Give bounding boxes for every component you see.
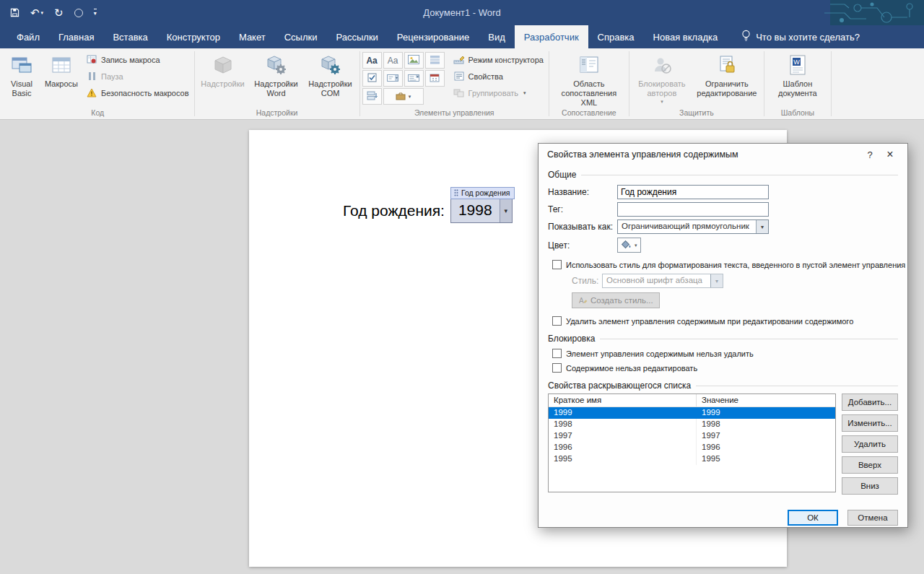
modify-button[interactable]: Изменить... bbox=[842, 414, 898, 432]
move-up-button[interactable]: Вверх bbox=[842, 456, 898, 474]
tab-layout[interactable]: Макет bbox=[230, 25, 275, 48]
show-as-label: Показывать как: bbox=[548, 222, 617, 232]
cannot-delete-checkbox[interactable] bbox=[552, 349, 562, 358]
ribbon-group-controls: Aa Aa bbox=[360, 48, 549, 119]
properties-icon bbox=[453, 71, 465, 81]
legacy-tools-icon bbox=[396, 90, 406, 103]
tab-insert[interactable]: Вставка bbox=[103, 25, 157, 48]
close-button[interactable]: × bbox=[880, 148, 900, 161]
dialog-title: Свойства элемента управления содержимым bbox=[547, 149, 860, 160]
row-name: 1995 bbox=[549, 453, 697, 465]
checkbox-control-icon bbox=[367, 72, 377, 85]
section-locking: Блокировка bbox=[548, 334, 898, 344]
table-row[interactable]: 1999 1999 bbox=[549, 407, 835, 419]
table-row[interactable]: 1996 1996 bbox=[549, 442, 835, 453]
document-text: Год рождения: bbox=[343, 202, 445, 219]
date-picker-control-button[interactable] bbox=[425, 70, 445, 87]
restrict-editing-button[interactable]: Ограничить редактирование bbox=[692, 50, 762, 98]
cannot-edit-checkbox[interactable] bbox=[552, 363, 562, 373]
content-control-tag[interactable]: Год рождения bbox=[450, 187, 515, 199]
document-template-button[interactable]: W Шаблон документа bbox=[767, 50, 829, 98]
repeating-section-control-button[interactable] bbox=[362, 88, 382, 105]
tag-input[interactable] bbox=[617, 202, 769, 217]
tab-home[interactable]: Главная bbox=[49, 25, 103, 48]
macros-button[interactable]: Макросы bbox=[40, 50, 83, 89]
show-as-dropdown-icon[interactable]: ▾ bbox=[756, 220, 768, 233]
style-label: Стиль: bbox=[572, 276, 602, 286]
dropdown-list-control-button[interactable] bbox=[404, 70, 424, 87]
plain-text-control-button[interactable]: Aa bbox=[383, 52, 403, 69]
word-addins-button[interactable]: Надстройки Word bbox=[249, 50, 304, 98]
undo-icon[interactable]: ↶▾ bbox=[30, 7, 43, 18]
add-button[interactable]: Добавить... bbox=[842, 393, 898, 411]
ok-button[interactable]: ОК bbox=[788, 510, 838, 526]
content-control-dropdown-icon[interactable]: ▾ bbox=[500, 199, 512, 222]
table-row[interactable]: 1998 1998 bbox=[549, 419, 835, 430]
tab-design[interactable]: Конструктор bbox=[157, 25, 230, 48]
content-control[interactable]: Год рождения 1998 ▾ bbox=[450, 199, 513, 223]
remove-button[interactable]: Удалить bbox=[842, 435, 898, 453]
dialog-titlebar[interactable]: Свойства элемента управления содержимым … bbox=[539, 144, 907, 165]
list-buttons: Добавить... Изменить... Удалить Вверх Вн… bbox=[842, 393, 898, 495]
tell-me-box[interactable]: Что вы хотите сделать? bbox=[741, 25, 860, 48]
undo-dropdown-icon[interactable]: ▾ bbox=[41, 10, 44, 16]
tab-developer[interactable]: Разработчик bbox=[515, 25, 588, 48]
show-as-value: Ограничивающий прямоугольник bbox=[618, 220, 756, 233]
style-value: Основной шрифт абзаца bbox=[603, 274, 710, 287]
visual-basic-icon bbox=[11, 53, 32, 77]
redo-icon[interactable]: ↻ bbox=[54, 7, 64, 18]
move-down-button[interactable]: Вниз bbox=[842, 477, 898, 495]
qat-customize-icon[interactable]: ▾ bbox=[94, 9, 97, 17]
tab-review[interactable]: Рецензирование bbox=[388, 25, 479, 48]
properties-label: Свойства bbox=[468, 72, 503, 81]
style-dropdown-icon: ▾ bbox=[710, 274, 723, 287]
xml-mapping-pane-button[interactable]: Область сопоставления XML bbox=[552, 50, 627, 108]
pause-icon bbox=[86, 72, 97, 80]
design-mode-button[interactable]: Режим конструктора bbox=[450, 51, 546, 68]
picture-control-button[interactable] bbox=[404, 52, 424, 69]
touch-mode-icon[interactable] bbox=[74, 9, 83, 17]
new-style-icon: A bbox=[578, 296, 588, 305]
record-macro-button[interactable]: Запись макроса bbox=[83, 51, 192, 68]
use-style-checkbox[interactable] bbox=[552, 260, 562, 269]
color-bucket-icon bbox=[621, 240, 632, 250]
ribbon-group-protect: Блокировать авторов ▾ Ограничить редакти… bbox=[629, 48, 764, 119]
control-properties-button[interactable]: Свойства bbox=[450, 68, 546, 84]
macros-icon bbox=[51, 53, 72, 77]
repeating-section-control-icon bbox=[367, 90, 378, 103]
dropdown-list-table[interactable]: Краткое имя Значение 1999 1999 1998 1998 bbox=[548, 393, 836, 492]
xml-mapping-pane-icon bbox=[578, 53, 600, 77]
tab-view[interactable]: Вид bbox=[479, 25, 515, 48]
legacy-tools-button[interactable]: ▾ bbox=[383, 88, 424, 105]
name-input[interactable] bbox=[617, 185, 769, 199]
combo-box-control-button[interactable] bbox=[383, 70, 403, 87]
cancel-button[interactable]: Отмена bbox=[847, 510, 898, 526]
quick-access-toolbar: ↶▾ ↻ ▾ bbox=[0, 7, 97, 18]
show-as-combo[interactable]: Ограничивающий прямоугольник ▾ bbox=[617, 219, 769, 234]
macro-security-button[interactable]: Безопасность макросов bbox=[83, 84, 192, 101]
tab-file[interactable]: Файл bbox=[7, 25, 49, 48]
design-mode-icon bbox=[453, 55, 465, 65]
cannot-delete-label: Элемент управления содержимым нельзя уда… bbox=[566, 349, 754, 358]
tab-references[interactable]: Ссылки bbox=[275, 25, 327, 48]
content-control-value[interactable]: 1998 bbox=[451, 199, 500, 222]
building-block-gallery-button[interactable] bbox=[425, 52, 445, 69]
checkbox-control-button[interactable] bbox=[362, 70, 382, 87]
group-controls-button: Группировать ▾ bbox=[450, 84, 546, 101]
new-style-label: Создать стиль... bbox=[590, 296, 653, 305]
rich-text-control-button[interactable]: Aa bbox=[362, 52, 382, 69]
tag-label: Тег: bbox=[548, 204, 617, 214]
table-row[interactable]: 1997 1997 bbox=[549, 430, 835, 442]
visual-basic-button[interactable]: Visual Basic bbox=[4, 50, 40, 98]
remove-on-edit-checkbox[interactable] bbox=[552, 316, 562, 326]
tab-new-tab[interactable]: Новая вкладка bbox=[644, 25, 728, 48]
tab-help[interactable]: Справка bbox=[588, 25, 644, 48]
save-icon[interactable] bbox=[10, 8, 19, 17]
help-button[interactable]: ? bbox=[860, 149, 880, 160]
table-row[interactable]: 1995 1995 bbox=[549, 453, 835, 465]
com-addins-button[interactable]: Надстройки COM bbox=[304, 50, 357, 98]
group-icon bbox=[453, 89, 465, 97]
tab-mailings[interactable]: Рассылки bbox=[326, 25, 387, 48]
word-window: ↶▾ ↻ ▾ Документ1 - Word Файл Главная Вст… bbox=[0, 0, 924, 574]
color-picker-button[interactable]: ▾ bbox=[617, 238, 641, 253]
